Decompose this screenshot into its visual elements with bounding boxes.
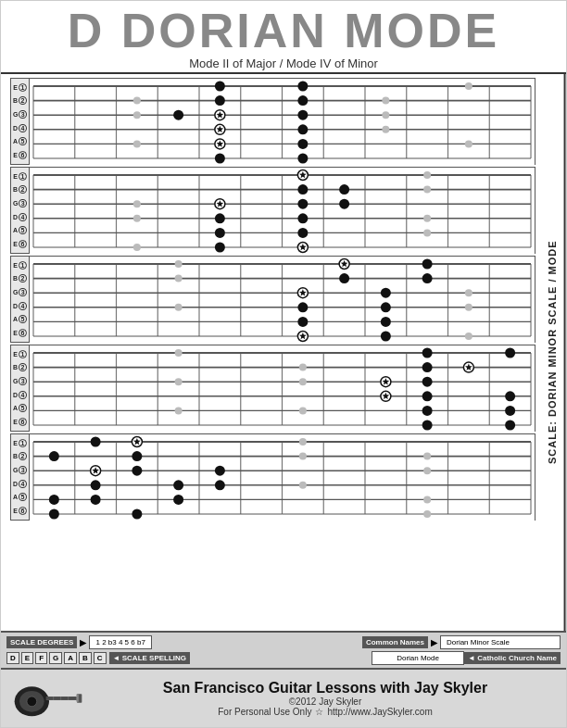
- string-labels-2: E1 B2 G3 D4 A5 E6: [11, 168, 30, 253]
- fretboard-canvas-3: [30, 257, 535, 342]
- guitar-icon: [10, 675, 84, 722]
- scale-spelling-label: ◄ SCALE SPELLING: [109, 652, 190, 664]
- info-row-degrees: SCALE DEGREES ▶ 1 2 b3 4 5 6 b7 Common N…: [6, 635, 561, 649]
- church-name-value: Dorian Mode: [372, 651, 464, 665]
- fretboard-canvas-2: [30, 168, 535, 253]
- footer-copyright: ©2012 Jay Skyler: [94, 697, 557, 707]
- string-labels-3: E1 B2 G3 D4 A5 E6: [11, 257, 30, 342]
- scale-degrees-value: 1 2 b3 4 5 6 b7: [89, 635, 151, 649]
- footer-text: San Francisco Guitar Lessons with Jay Sk…: [94, 680, 557, 717]
- main-content: E 1 B 2 G 3 D 4: [1, 74, 566, 631]
- footer-star: ☆: [315, 707, 323, 717]
- side-label: SCALE: DORIAN MINOR SCALE / MODE: [541, 74, 566, 631]
- page: D DORIAN MODE Mode II of Major / Mode IV…: [0, 0, 567, 728]
- common-names-label: Common Names: [362, 636, 428, 648]
- fretboard-4: E1 B2 G3 D4 A5 E6: [10, 345, 536, 432]
- footer-title: San Francisco Guitar Lessons with Jay Sk…: [94, 680, 557, 697]
- fretboard-3: E1 B2 G3 D4 A5 E6: [10, 256, 536, 343]
- footer: San Francisco Guitar Lessons with Jay Sk…: [1, 668, 566, 727]
- string-labels-5: E1 B2 G3 D4 A5 E6: [11, 434, 30, 520]
- info-bar: SCALE DEGREES ▶ 1 2 b3 4 5 6 b7 Common N…: [1, 631, 566, 668]
- main-title: D DORIAN MODE: [1, 6, 566, 55]
- fretboard-canvas-5: [30, 434, 535, 520]
- string-labels-1: E 1 B 2 G 3 D 4: [11, 79, 30, 164]
- string-label-e1: E 1: [13, 83, 27, 92]
- header: D DORIAN MODE Mode II of Major / Mode IV…: [1, 1, 566, 74]
- fretboard-2: E1 B2 G3 D4 A5 E6: [10, 167, 536, 254]
- common-names-value: Dorian Minor Scale: [440, 635, 561, 649]
- spelling-notes: D E F G A B C: [6, 652, 107, 664]
- footer-url: For Personal Use Only ☆ http://www.JaySk…: [94, 707, 557, 717]
- side-label-text: SCALE: DORIAN MINOR SCALE / MODE: [548, 241, 559, 465]
- subtitle: Mode II of Major / Mode IV of Minor: [1, 56, 566, 70]
- fretboard-canvas-1: [30, 79, 535, 164]
- string-labels-4: E1 B2 G3 D4 A5 E6: [11, 345, 30, 431]
- fretboards-container: E 1 B 2 G 3 D 4: [1, 74, 541, 631]
- fretboard-canvas-4: [30, 345, 535, 431]
- footer-url-text: http://www.JaySkyler.com: [327, 707, 432, 717]
- info-row-spelling: D E F G A B C ◄ SCALE SPELLING Dorian Mo…: [6, 651, 561, 665]
- church-name-label: ◄ Catholic Church Name: [464, 652, 561, 664]
- svg-point-2: [27, 697, 37, 707]
- scale-degrees-label: SCALE DEGREES: [6, 636, 77, 648]
- svg-point-8: [76, 699, 79, 702]
- fretboard-5: E1 B2 G3 D4 A5 E6: [10, 433, 536, 521]
- fretboard-1: E 1 B 2 G 3 D 4: [10, 78, 536, 165]
- footer-personal-use: For Personal Use Only: [218, 707, 311, 717]
